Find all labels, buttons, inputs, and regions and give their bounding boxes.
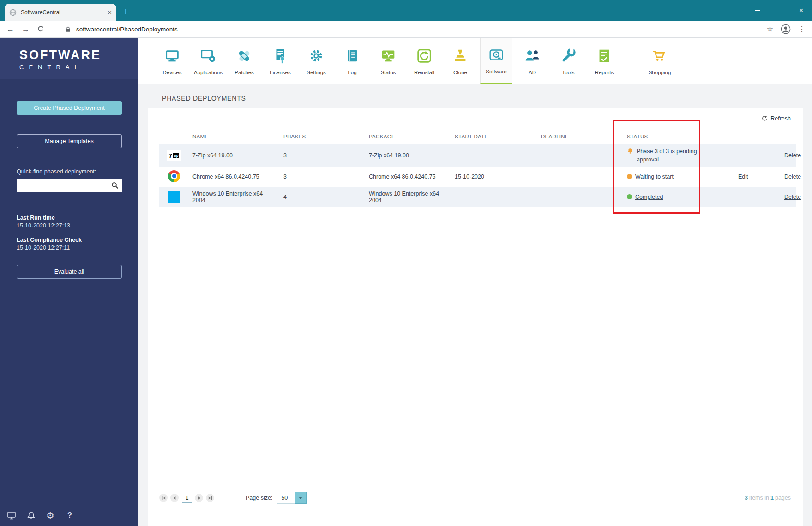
last-run-label: Last Run time: [17, 215, 122, 221]
back-button[interactable]: ←: [6, 25, 14, 33]
page-size-dropdown-button[interactable]: [295, 492, 307, 504]
cell-phases: 4: [280, 187, 365, 207]
prev-page-button[interactable]: [170, 494, 179, 502]
nav-item-shopping[interactable]: Shopping: [644, 38, 676, 84]
cell-name: Chrome x64 86.0.4240.75: [189, 167, 280, 187]
licenses-icon: [271, 47, 289, 66]
cell-deadline: [537, 167, 623, 187]
app-logo: SOFTWARE CENTRAL: [0, 38, 138, 79]
quickfind-label: Quick-find phased deployment:: [17, 168, 122, 175]
quickfind-input[interactable]: [17, 179, 122, 192]
first-page-button[interactable]: [159, 494, 168, 502]
page-size-value[interactable]: 50: [277, 492, 295, 504]
cell-start-date: [451, 144, 537, 167]
site-favicon-icon: [9, 9, 17, 16]
url-text[interactable]: softwarecentral/PhasedDeployments: [76, 26, 178, 33]
browser-addressbar: ← → softwarecentral/PhasedDeployments ☆ …: [0, 21, 812, 38]
browser-menu-icon[interactable]: ⋮: [798, 25, 806, 33]
search-icon[interactable]: [111, 182, 119, 191]
new-tab-button[interactable]: +: [123, 7, 129, 17]
col-header-status: STATUS: [623, 129, 734, 144]
table-row: 7zip 7-Zip x64 19.00 3 7-Zip x64 19.00: [159, 144, 796, 167]
refresh-grid-button[interactable]: Refresh: [761, 115, 791, 122]
last-page-button[interactable]: [206, 494, 214, 502]
create-phased-deployment-button[interactable]: Create Phased Deployment: [17, 101, 122, 115]
nav-item-applications[interactable]: Applications: [192, 38, 224, 84]
evaluate-all-button[interactable]: Evaluate all: [17, 265, 122, 279]
nav-item-devices[interactable]: Devices: [156, 38, 188, 84]
page-title: PHASED DEPLOYMENTS: [162, 95, 812, 102]
status-link[interactable]: Phase 3 of 3 is pending approval: [637, 147, 706, 164]
bookmark-star-icon[interactable]: ☆: [767, 25, 773, 33]
refresh-button[interactable]: [37, 25, 44, 33]
devices-icon: [163, 47, 181, 66]
tab-close-icon[interactable]: ×: [108, 9, 112, 16]
page-size-label: Page size:: [246, 495, 272, 501]
delete-link[interactable]: Delete: [784, 173, 801, 180]
cell-deadline: [537, 144, 623, 167]
table-header-row: NAME PHASES PACKAGE START DATE DEADLINE …: [159, 129, 796, 144]
nav-item-patches[interactable]: Patches: [228, 38, 260, 84]
clone-stamp-icon: [451, 47, 469, 66]
nav-item-settings[interactable]: Settings: [300, 38, 332, 84]
delete-link[interactable]: Delete: [784, 152, 801, 159]
software-icon: [487, 46, 505, 66]
nav-item-licenses[interactable]: Licenses: [264, 38, 296, 84]
edit-link[interactable]: Edit: [738, 173, 748, 180]
tab-title: SoftwareCentral: [21, 9, 103, 16]
manage-templates-button[interactable]: Manage Templates: [17, 134, 122, 148]
main-area: Devices Applications Patches Licenses Se…: [138, 38, 812, 526]
nav-item-software[interactable]: Software: [480, 38, 512, 84]
cell-deadline: [537, 187, 623, 207]
grid-pager: 1 Page size: 50 3items in1: [159, 492, 796, 504]
nav-item-tools[interactable]: Tools: [552, 38, 584, 84]
remote-desktop-icon[interactable]: [6, 510, 17, 520]
applications-icon: [199, 47, 217, 66]
forward-button[interactable]: →: [22, 25, 30, 33]
cell-package: 7-Zip x64 19.00: [365, 144, 451, 167]
help-icon[interactable]: ?: [65, 510, 75, 520]
completed-status-dot-icon: [627, 194, 632, 199]
page-content: PHASED DEPLOYMENTS Refresh: [138, 84, 812, 526]
nav-item-log[interactable]: Log: [336, 38, 368, 84]
patches-icon: [235, 47, 253, 66]
cell-start-date: [451, 187, 537, 207]
browser-window: SoftwareCentral × + × ← → softwarecentra…: [0, 0, 812, 526]
nav-item-reports[interactable]: Reports: [588, 38, 620, 84]
cell-package: Windows 10 Enterprise x64 2004: [365, 187, 451, 207]
top-navigation: Devices Applications Patches Licenses Se…: [138, 38, 812, 84]
settings-gear-icon[interactable]: ⚙: [45, 510, 55, 520]
nav-item-ad[interactable]: AD: [516, 38, 548, 84]
status-link[interactable]: Waiting to start: [635, 173, 674, 181]
window-close-button[interactable]: ×: [790, 0, 812, 21]
pending-approval-bell-icon: [627, 148, 633, 155]
cell-name: Windows 10 Enterprise x64 2004: [189, 187, 280, 207]
settings-icon: [307, 47, 325, 66]
reinstall-icon: [415, 47, 433, 66]
profile-avatar-icon[interactable]: [781, 24, 791, 34]
delete-link[interactable]: Delete: [784, 194, 801, 200]
sidebar: SOFTWARE CENTRAL Create Phased Deploymen…: [0, 38, 138, 526]
browser-tab[interactable]: SoftwareCentral ×: [5, 4, 116, 21]
window-maximize-button[interactable]: [769, 0, 790, 21]
log-icon: [343, 47, 361, 66]
nav-item-clone[interactable]: Clone: [444, 38, 476, 84]
deployments-table: NAME PHASES PACKAGE START DATE DEADLINE …: [159, 129, 796, 207]
chevron-down-icon: [298, 496, 303, 500]
nav-item-reinstall[interactable]: Reinstall: [408, 38, 440, 84]
notifications-bell-icon[interactable]: [26, 510, 36, 520]
sidebar-footer: ⚙ ?: [6, 510, 75, 520]
last-run-value: 15-10-2020 12:27:13: [17, 222, 122, 229]
col-header-deadline: DEADLINE: [537, 129, 623, 144]
current-page-indicator[interactable]: 1: [182, 493, 192, 503]
cell-phases: 3: [280, 167, 365, 187]
logo-text-software: SOFTWARE: [19, 48, 134, 62]
browser-titlebar: SoftwareCentral × + ×: [0, 0, 812, 21]
status-link[interactable]: Completed: [635, 193, 663, 201]
lock-icon: [65, 26, 72, 33]
cell-package: Chrome x64 86.0.4240.75: [365, 167, 451, 187]
next-page-button[interactable]: [195, 494, 203, 502]
deployments-card: Refresh NAME PHAS: [148, 108, 803, 526]
nav-item-status[interactable]: Status: [372, 38, 404, 84]
window-minimize-button[interactable]: [747, 0, 769, 21]
